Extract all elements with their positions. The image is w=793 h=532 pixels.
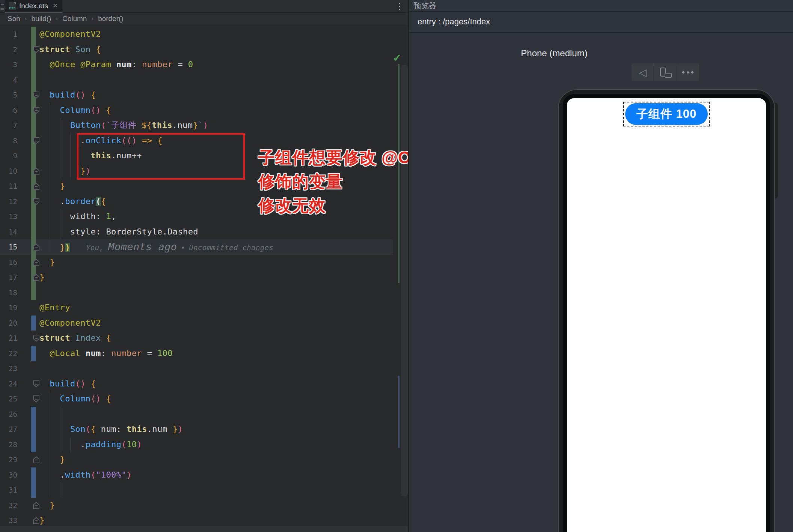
code-line-29[interactable]: 29 } — [0, 452, 393, 467]
code-line-15[interactable]: 15 })You,Moments ago•Uncommitted changes — [0, 239, 393, 255]
code-line-14[interactable]: 14 style: BorderStyle.Dashed — [0, 224, 393, 240]
breadcrumb-item[interactable]: border() — [98, 15, 124, 23]
preview-component-button[interactable]: 子组件 100 — [625, 103, 708, 125]
code-line-28[interactable]: 28 .padding(10) — [0, 437, 393, 452]
fold-start-icon[interactable] — [33, 92, 39, 99]
selection-dashed-border: 子组件 100 — [623, 102, 710, 126]
change-modified-bar — [31, 467, 36, 483]
phone-screen[interactable]: 子组件 100 — [567, 98, 766, 532]
code-text: width: 1, — [39, 209, 116, 224]
code-line-24[interactable]: 24 build() { — [0, 376, 393, 392]
code-line-31[interactable]: 31 — [0, 482, 393, 498]
previewer-toolbar: ◁ — [632, 63, 699, 81]
close-icon[interactable]: ✕ — [53, 2, 58, 10]
code-line-26[interactable]: 26 — [0, 407, 393, 422]
breadcrumb-item[interactable]: build() — [31, 15, 51, 23]
fold-start-icon[interactable] — [33, 395, 39, 403]
code-text: build() { — [39, 87, 96, 103]
fold-end-icon[interactable] — [33, 274, 39, 281]
code-line-18[interactable]: 18 — [0, 285, 393, 301]
indent-guide — [60, 482, 60, 498]
code-text: } — [39, 179, 65, 194]
horizontal-scrollbar-track[interactable] — [0, 526, 408, 532]
editor-scrollbar[interactable] — [401, 65, 408, 497]
fold-end-icon[interactable] — [33, 168, 39, 175]
code-line-30[interactable]: 30 .width("100%") — [0, 467, 393, 483]
code-line-23[interactable]: 23 — [0, 361, 393, 376]
line-number: 26 — [0, 407, 17, 422]
code-text: } — [39, 255, 55, 270]
code-line-1[interactable]: 1@ComponentV2 — [0, 27, 393, 42]
code-line-25[interactable]: 25 Column() { — [0, 391, 393, 407]
line-number: 18 — [0, 285, 17, 301]
code-line-27[interactable]: 27 Son({ num: this.num }) — [0, 422, 393, 437]
fold-start-icon[interactable] — [33, 46, 39, 53]
line-number: 4 — [0, 72, 17, 88]
fold-start-icon[interactable] — [33, 380, 39, 388]
code-line-7[interactable]: 7 Button(`子组件 ${this.num}`) — [0, 118, 393, 133]
line-number: 13 — [0, 209, 17, 224]
line-number: 28 — [0, 437, 17, 452]
code-line-3[interactable]: 3 @Once @Param num: number = 0 — [0, 57, 393, 72]
code-line-21[interactable]: 21struct Index { — [0, 331, 393, 346]
kebab-menu-icon[interactable]: ⋮ — [395, 1, 404, 12]
more-options-button[interactable] — [677, 63, 699, 81]
code-lines: 1@ComponentV22struct Son {3 @Once @Param… — [0, 25, 409, 528]
inspections-ok-icon[interactable]: ✓ — [393, 52, 401, 64]
line-number: 21 — [0, 331, 17, 346]
line-number: 14 — [0, 224, 17, 240]
line-number: 1 — [0, 27, 17, 42]
code-text: @Local num: number = 100 — [39, 346, 173, 361]
breadcrumb-separator: › — [25, 15, 27, 23]
fold-start-icon[interactable] — [33, 137, 39, 144]
more-icon — [682, 71, 693, 74]
back-button[interactable]: ◁ — [632, 63, 654, 81]
code-line-16[interactable]: 16 } — [0, 255, 393, 270]
code-line-5[interactable]: 5 build() { — [0, 87, 393, 103]
change-added-bar — [31, 57, 36, 72]
code-line-22[interactable]: 22 @Local num: number = 100 — [0, 346, 393, 361]
annotation-highlight-box — [77, 133, 245, 180]
change-added-bar — [31, 118, 36, 133]
code-text: build() { — [39, 376, 96, 392]
code-editor[interactable]: 1@ComponentV22struct Son {3 @Once @Param… — [0, 25, 409, 526]
tab-index-ets[interactable]: ETS Index.ets ✕ — [5, 0, 62, 12]
change-modified-bar — [31, 482, 36, 498]
fold-start-icon[interactable] — [33, 335, 39, 342]
fold-start-icon[interactable] — [33, 107, 39, 114]
line-number: 6 — [0, 103, 17, 118]
indent-guide — [50, 482, 50, 498]
fold-end-icon[interactable] — [33, 259, 39, 266]
fold-end-icon[interactable] — [33, 183, 39, 190]
change-added-bar — [31, 285, 36, 301]
breadcrumb-item[interactable]: Column — [62, 15, 87, 23]
ets-file-icon: ETS — [9, 2, 16, 10]
line-number: 7 — [0, 118, 17, 133]
fold-end-icon[interactable] — [33, 502, 39, 509]
code-line-2[interactable]: 2struct Son { — [0, 42, 393, 57]
code-line-20[interactable]: 20@ComponentV2 — [0, 316, 393, 331]
fold-start-icon[interactable] — [33, 198, 39, 205]
code-line-17[interactable]: 17} — [0, 270, 393, 285]
change-added-bar — [31, 72, 36, 88]
code-line-4[interactable]: 4 — [0, 72, 393, 88]
indent-guide — [50, 407, 50, 422]
rotate-device-button[interactable] — [654, 63, 676, 81]
tool-stripe-mark — [1, 8, 4, 10]
rotate-device-icon — [659, 67, 672, 78]
breadcrumb-item[interactable]: Son — [8, 15, 20, 23]
line-number: 24 — [0, 376, 17, 392]
fold-end-icon[interactable] — [33, 456, 39, 463]
line-number: 20 — [0, 316, 17, 331]
line-number: 30 — [0, 467, 17, 483]
code-line-6[interactable]: 6 Column() { — [0, 103, 393, 118]
line-number: 11 — [0, 179, 17, 194]
fold-end-icon[interactable] — [33, 517, 39, 524]
code-text: } — [39, 498, 55, 513]
line-number: 8 — [0, 133, 17, 149]
fold-end-icon[interactable] — [33, 243, 39, 251]
indent-guide — [60, 407, 60, 422]
code-line-19[interactable]: 19@Entry — [0, 300, 393, 316]
code-line-32[interactable]: 32 } — [0, 498, 393, 513]
line-number: 2 — [0, 42, 17, 57]
